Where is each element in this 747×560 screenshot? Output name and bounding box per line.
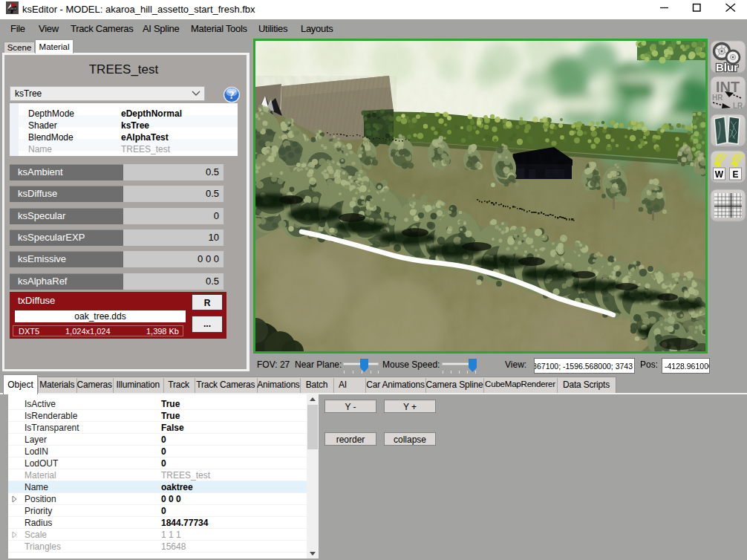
- svg-text:E: E: [732, 169, 738, 180]
- svg-text:LR: LR: [733, 102, 743, 110]
- svg-text:HR: HR: [712, 94, 723, 102]
- svg-text:KUNOS: KUNOS: [8, 7, 16, 10]
- svg-text:?: ?: [229, 90, 235, 101]
- svg-text:Blur: Blur: [716, 61, 738, 74]
- svg-text:W: W: [715, 169, 724, 180]
